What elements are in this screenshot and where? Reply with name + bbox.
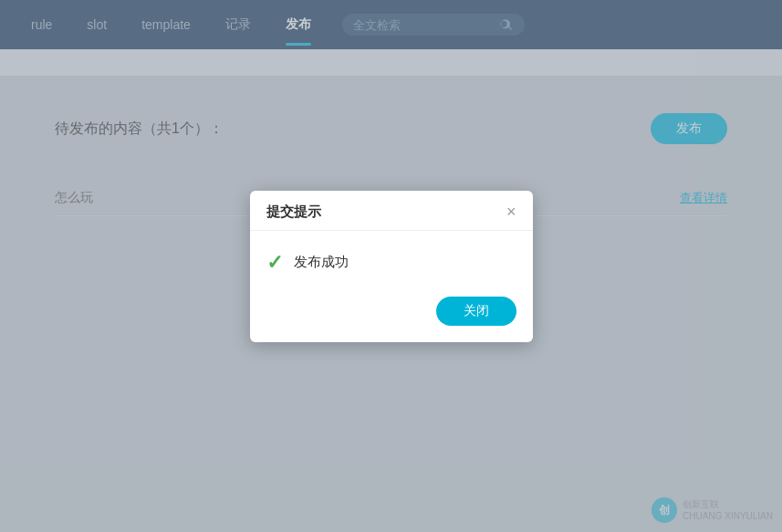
modal-message: 发布成功 — [294, 254, 349, 271]
modal-title: 提交提示 — [266, 203, 321, 221]
modal-body: ✓ 发布成功 — [250, 231, 533, 289]
modal-close-button[interactable]: 关闭 — [436, 297, 516, 326]
modal-header: 提交提示 × — [250, 191, 533, 231]
modal-footer: 关闭 — [250, 289, 533, 342]
check-icon: ✓ — [266, 253, 283, 273]
modal-close-icon[interactable]: × — [506, 203, 516, 220]
modal-overlay: 提交提示 × ✓ 发布成功 关闭 — [0, 0, 782, 532]
modal-dialog: 提交提示 × ✓ 发布成功 关闭 — [250, 191, 533, 342]
